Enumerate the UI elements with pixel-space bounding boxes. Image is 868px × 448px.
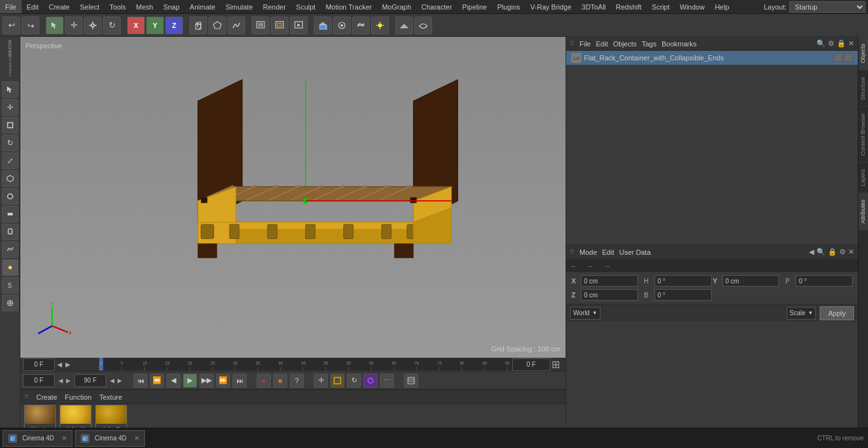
light-button[interactable] xyxy=(371,17,389,34)
viewport[interactable]: View Cameras Display Options Filter Pane… xyxy=(20,37,566,358)
frame-stepper[interactable]: ⊞ xyxy=(552,358,560,370)
obj-editor-vis[interactable] xyxy=(834,53,843,62)
viewport-bg[interactable]: Perspective Grid Spacing : 100 cm Y X Z xyxy=(20,37,566,358)
obj-menu-objects[interactable]: Objects xyxy=(613,40,637,48)
end-frame-next[interactable]: ▶ xyxy=(116,377,123,384)
all-key-button[interactable]: ⋯ xyxy=(380,374,394,388)
render-region-button[interactable] xyxy=(271,17,288,34)
obj-menu-file[interactable]: File xyxy=(580,40,591,48)
move-key-button[interactable]: ✛ xyxy=(314,374,328,388)
scale-tool-button[interactable] xyxy=(84,17,102,34)
scale-dropdown[interactable]: Scale ▼ xyxy=(787,307,817,320)
menu-redshift[interactable]: Redshift xyxy=(611,0,646,13)
left-tool-11[interactable]: S xyxy=(2,277,18,294)
cube-button[interactable] xyxy=(189,17,207,34)
frame-display-field[interactable]: 0 F xyxy=(512,358,550,371)
objects-lock-icon[interactable]: 🔒 xyxy=(837,39,846,48)
menu-select[interactable]: Select xyxy=(75,0,105,13)
select-tool-button[interactable] xyxy=(46,17,64,34)
vtab-layers[interactable]: Layers xyxy=(858,162,868,193)
menu-character[interactable]: Character xyxy=(416,0,457,13)
menu-window[interactable]: Window xyxy=(675,0,710,13)
obj-menu-tags[interactable]: Tags xyxy=(642,40,656,48)
floor-button[interactable] xyxy=(395,17,413,34)
left-tool-2[interactable] xyxy=(2,117,18,133)
menu-vray[interactable]: V-Ray Bridge xyxy=(526,0,577,13)
paint-button[interactable] xyxy=(333,17,351,34)
end-frame-prev[interactable]: ◀ xyxy=(109,377,116,384)
scale-key-button[interactable] xyxy=(330,374,344,388)
y-pos-input[interactable]: 0 cm xyxy=(722,275,780,287)
left-tool-7[interactable] xyxy=(2,206,18,222)
left-tool-4[interactable]: ⤢ xyxy=(2,153,18,169)
left-tool-12[interactable] xyxy=(2,295,18,311)
menu-edit[interactable]: Edit xyxy=(22,0,44,13)
play-button[interactable]: ▶ xyxy=(183,374,197,388)
polygon-button[interactable] xyxy=(208,17,226,34)
object-row-container[interactable]: Lo Flat_Rack_Container_with_Collapsible_… xyxy=(566,51,858,65)
p-rot-input[interactable]: 0 ° xyxy=(796,275,853,287)
x-pos-input[interactable]: 0 cm xyxy=(581,275,638,287)
menu-snap[interactable]: Snap xyxy=(158,0,185,13)
left-tool-0[interactable] xyxy=(2,81,18,98)
timeline-view-button[interactable] xyxy=(404,374,418,388)
left-tool-3[interactable]: ↻ xyxy=(2,135,18,151)
end-frame-field[interactable]: 90 F xyxy=(74,374,106,387)
undo-button[interactable]: ↩ xyxy=(3,17,20,34)
menu-create[interactable]: Create xyxy=(44,0,75,13)
obj-menu-bookmarks[interactable]: Bookmarks xyxy=(661,40,696,48)
menu-script[interactable]: Script xyxy=(647,0,675,13)
vtab-objects[interactable]: Objects xyxy=(858,37,868,70)
env-button[interactable] xyxy=(414,17,432,34)
menu-help[interactable]: Help xyxy=(710,0,735,13)
menu-tools[interactable]: Tools xyxy=(104,0,131,13)
menu-simulate[interactable]: Simulate xyxy=(220,0,258,13)
next-frame-button[interactable]: ⏩ xyxy=(216,374,230,388)
taskbar-item-2[interactable]: C Cinema 4D ✕ xyxy=(75,430,145,447)
taskbar-item-1[interactable]: C Cinema 4D ✕ xyxy=(3,430,72,447)
vtab-attributes[interactable]: Attributes xyxy=(858,193,868,230)
left-tool-8[interactable] xyxy=(2,224,18,240)
menu-3dtoall[interactable]: 3DToAll xyxy=(576,0,611,13)
timeline-ruler-track[interactable]: 0 5 10 15 20 25 30 xyxy=(99,358,512,372)
attr-search-icon[interactable]: 🔍 xyxy=(817,248,825,256)
left-tool-1[interactable]: ✛ xyxy=(2,99,18,116)
axis-z-button[interactable]: Z xyxy=(165,17,183,34)
obj-render-vis[interactable] xyxy=(844,53,853,62)
obj-menu-edit[interactable]: Edit xyxy=(596,40,608,48)
z-pos-input[interactable]: 0 cm xyxy=(581,289,638,301)
layout-dropdown[interactable]: Startup xyxy=(789,1,865,13)
search-icon[interactable]: 🔍 xyxy=(817,39,825,48)
vtab-structure[interactable]: Structure xyxy=(858,70,868,107)
rotate-key-button[interactable]: ↻ xyxy=(347,374,361,388)
render-frame-button[interactable] xyxy=(252,17,269,34)
sculpt-button[interactable] xyxy=(352,17,370,34)
attr-menu-user-data[interactable]: User Data xyxy=(620,248,651,256)
menu-mograph[interactable]: MoGraph xyxy=(377,0,416,13)
start-frame-prev[interactable]: ◀ xyxy=(57,377,64,384)
mat-menu-function[interactable]: Function xyxy=(65,393,92,401)
rotate-tool-button[interactable]: ↻ xyxy=(103,17,121,34)
menu-animate[interactable]: Animate xyxy=(185,0,220,13)
redo-button[interactable]: ↩ xyxy=(22,17,39,34)
goto-end-button[interactable]: ⏭ xyxy=(233,374,247,388)
menu-sculpt[interactable]: Sculpt xyxy=(291,0,321,13)
record-button[interactable]: ● xyxy=(257,374,271,388)
objects-settings-icon[interactable]: ⚙ xyxy=(828,39,834,48)
spline-button[interactable] xyxy=(227,17,245,34)
menu-mesh[interactable]: Mesh xyxy=(131,0,158,13)
taskbar-close-2[interactable]: ✕ xyxy=(134,435,139,442)
current-frame-field[interactable]: 0 F xyxy=(23,358,55,371)
left-tool-6[interactable] xyxy=(2,188,18,205)
move-tool-button[interactable]: ✛ xyxy=(65,17,83,34)
attr-back-icon[interactable]: ◀ xyxy=(809,248,814,256)
left-tool-5[interactable] xyxy=(2,170,18,187)
attr-close-icon[interactable]: ✕ xyxy=(848,248,854,256)
poly-cube-button[interactable] xyxy=(314,17,332,34)
mat-menu-texture[interactable]: Texture xyxy=(99,393,122,401)
prev-frame-step[interactable]: ◀ xyxy=(166,374,180,388)
frame-next-arrow[interactable]: ▶ xyxy=(64,361,72,368)
attr-menu-mode[interactable]: Mode xyxy=(580,248,597,256)
start-frame-next[interactable]: ▶ xyxy=(65,377,72,384)
taskbar-close-1[interactable]: ✕ xyxy=(62,435,67,442)
